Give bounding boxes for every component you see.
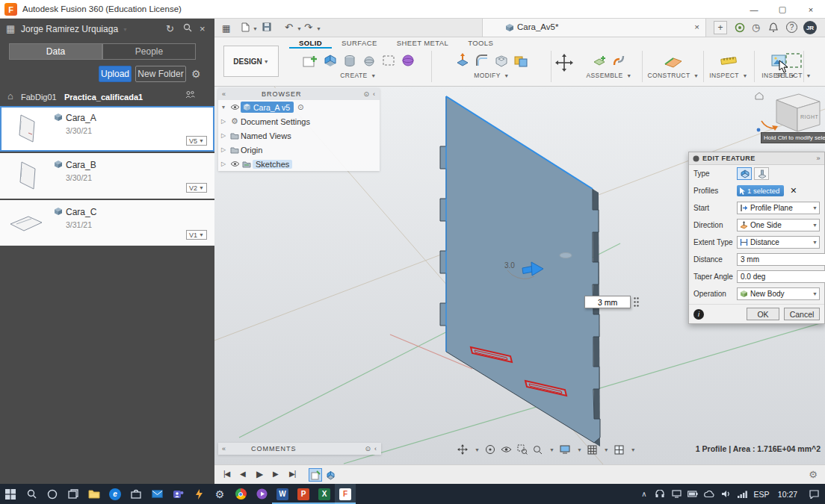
type-thin-extrude-button[interactable]: [754, 167, 769, 180]
timeline-play-button[interactable]: ▶: [253, 469, 265, 479]
history-clock-icon[interactable]: ◷: [752, 22, 760, 33]
group-label-construct[interactable]: CONSTRUCT ▼: [646, 72, 700, 79]
fillet-icon[interactable]: [474, 52, 490, 69]
distance-input[interactable]: [737, 253, 825, 266]
chevron-down-icon[interactable]: ▼: [253, 26, 258, 31]
timeline-sketch-feature-selected[interactable]: [309, 468, 322, 482]
collapse-panel-icon[interactable]: «: [218, 445, 230, 452]
new-tab-icon[interactable]: +: [714, 21, 727, 34]
viewport-3d[interactable]: 3.0 « BROWSER ⊙ ‹ ▾: [214, 87, 825, 464]
group-label-modify[interactable]: MODIFY ▼: [436, 72, 548, 79]
teams-icon[interactable]: [167, 484, 188, 504]
tray-volume-icon[interactable]: [717, 484, 734, 504]
browser-row-sketches[interactable]: ▷ Sketches: [218, 157, 380, 171]
tray-battery-icon[interactable]: [685, 484, 701, 504]
cancel-button[interactable]: Cancel: [784, 308, 820, 320]
home-icon[interactable]: [756, 93, 763, 99]
tab-sheet-metal[interactable]: SHEET METAL: [387, 37, 459, 49]
expander-icon[interactable]: ▾: [218, 104, 229, 111]
expander-icon[interactable]: ▷: [218, 132, 229, 139]
extent-type-dropdown[interactable]: Distance ▼: [737, 236, 820, 249]
settings-gear-icon[interactable]: ⚙: [209, 484, 230, 504]
zoom-icon[interactable]: [533, 445, 543, 455]
browser-row-named-views[interactable]: ▷ Named Views: [218, 128, 380, 143]
undo-icon[interactable]: ↶: [285, 22, 293, 33]
breadcrumb-current[interactable]: Practica_calificada1: [64, 93, 143, 102]
chevron-down-icon[interactable]: ▼: [475, 447, 480, 452]
version-badge[interactable]: V5▼: [186, 136, 207, 146]
chrome-icon[interactable]: [230, 484, 251, 504]
fusion-360-taskbar-icon[interactable]: F: [335, 484, 356, 504]
radio-active-icon[interactable]: ⊙: [297, 103, 303, 111]
data-panel-toggle-icon[interactable]: ▦: [222, 23, 230, 34]
close-button[interactable]: ×: [797, 0, 825, 19]
view-cube[interactable]: RIGHT: [751, 88, 823, 134]
pin-icon[interactable]: ⊙: [363, 90, 373, 98]
collapse-panel-icon[interactable]: «: [218, 90, 230, 98]
language-indicator[interactable]: ESP: [750, 484, 773, 504]
tray-show-hidden-icon[interactable]: ∧: [637, 484, 652, 504]
close-tab-icon[interactable]: ×: [694, 22, 699, 31]
close-panel-icon[interactable]: ×: [200, 23, 206, 34]
list-item-cara-a[interactable]: Cara_A 3/30/21 V5▼: [0, 106, 214, 152]
zoom-window-icon[interactable]: [517, 444, 528, 455]
comments-header[interactable]: « COMMENTS ⊙ ‹: [218, 443, 381, 455]
app-lightning-icon[interactable]: [188, 484, 209, 504]
profiles-selected-chip[interactable]: 1 selected: [737, 185, 784, 196]
select-icon[interactable]: [784, 52, 803, 69]
chevron-down-icon[interactable]: ▼: [604, 447, 609, 452]
browser-row-root[interactable]: ▾ Cara_A v5 ⊙: [218, 100, 380, 114]
tab-data[interactable]: Data: [9, 43, 102, 60]
chevron-down-icon[interactable]: ▼: [577, 447, 582, 452]
app-purple-icon[interactable]: [251, 484, 272, 504]
file-explorer-icon[interactable]: [84, 484, 105, 504]
combine-icon[interactable]: [513, 52, 529, 69]
browser-header[interactable]: « BROWSER ⊙ ‹: [218, 88, 380, 100]
user-avatar[interactable]: JR: [803, 21, 817, 34]
orbit-icon[interactable]: [485, 444, 495, 455]
version-badge[interactable]: V2▼: [186, 183, 207, 193]
group-label-select[interactable]: SELECT ▼: [767, 72, 820, 79]
browser-row-document-settings[interactable]: ▷ ⚙ Document Settings: [218, 114, 380, 128]
look-at-icon[interactable]: [501, 446, 512, 453]
chevron-down-icon[interactable]: ▼: [297, 26, 302, 31]
tray-headset-icon[interactable]: [652, 484, 668, 504]
browser-row-origin[interactable]: ▷ Origin: [218, 143, 380, 157]
chevron-down-icon[interactable]: ▼: [631, 447, 636, 452]
taskbar-search-icon[interactable]: [21, 484, 42, 504]
action-center-icon[interactable]: [803, 484, 825, 504]
tab-tools[interactable]: TOOLS: [458, 37, 503, 49]
edge-icon[interactable]: e: [105, 484, 126, 504]
info-icon[interactable]: i: [693, 309, 704, 320]
notifications-bell-icon[interactable]: [769, 22, 778, 32]
maximize-button[interactable]: ▢: [768, 0, 797, 19]
refresh-icon[interactable]: ↻: [166, 23, 174, 34]
timeline-step-forward-button[interactable]: ▶: [270, 470, 281, 478]
expander-icon[interactable]: ▷: [218, 146, 229, 153]
mail-icon[interactable]: [146, 484, 167, 504]
timeline-step-back-button[interactable]: ◀: [237, 470, 248, 478]
timeline-settings-gear-icon[interactable]: ⚙: [809, 469, 818, 480]
help-icon[interactable]: ?: [786, 22, 797, 33]
panel-settings-gear-icon[interactable]: ⚙: [191, 68, 201, 80]
redo-icon[interactable]: ↷: [304, 22, 312, 33]
powerpoint-icon[interactable]: P: [293, 484, 314, 504]
construction-plane-icon[interactable]: [664, 52, 683, 69]
visibility-eye-icon[interactable]: [229, 104, 241, 111]
direction-dropdown[interactable]: One Side ▼: [737, 219, 820, 231]
design-workspace-dropdown[interactable]: DESIGN▼: [223, 46, 279, 77]
file-menu-icon[interactable]: [241, 22, 250, 32]
clock[interactable]: 10:27: [773, 484, 803, 504]
version-badge[interactable]: V1▼: [186, 230, 207, 240]
tab-solid[interactable]: SOLID: [289, 37, 332, 49]
list-item-cara-c[interactable]: Cara_C 3/31/21 V1▼: [0, 200, 214, 246]
group-label-create[interactable]: CREATE ▼: [289, 72, 427, 79]
sweep-icon[interactable]: [361, 52, 377, 69]
new-component-icon[interactable]: [591, 52, 608, 69]
shell-icon[interactable]: [493, 52, 510, 69]
start-button[interactable]: [0, 484, 21, 504]
upload-button[interactable]: Upload: [99, 66, 132, 82]
list-item-cara-b[interactable]: Cara_B 3/30/21 V2▼: [0, 153, 214, 199]
timeline-go-to-end-button[interactable]: ▶|: [286, 470, 298, 478]
drag-handle-dots-icon[interactable]: [633, 296, 640, 308]
